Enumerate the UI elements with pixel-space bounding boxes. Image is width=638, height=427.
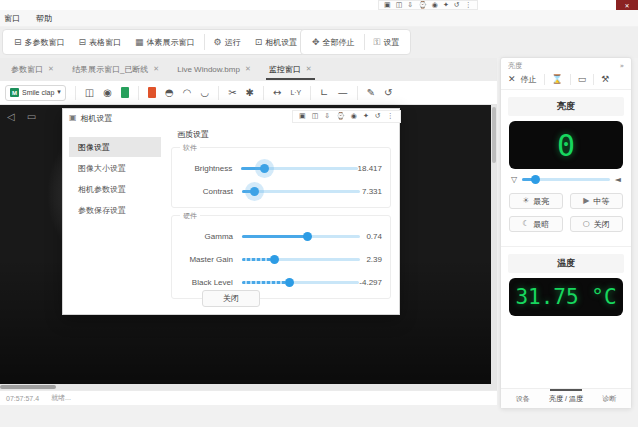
- panel-bottom-tabs: 设备 亮度 / 温度 诊断: [501, 388, 631, 408]
- recorder-record-icon[interactable]: ◉: [432, 2, 438, 9]
- contrast-slider[interactable]: [242, 186, 360, 197]
- recorder-window-icon[interactable]: ◫: [312, 113, 319, 120]
- voxel-display-window-button[interactable]: ▦ 体素展示窗口: [128, 32, 202, 52]
- dome-light-icon[interactable]: ◠: [183, 88, 192, 98]
- contrast-label: Contrast: [180, 187, 242, 196]
- vertical-scrollbar[interactable]: [491, 105, 497, 384]
- preset-label: 最暗: [533, 219, 549, 230]
- menu-window[interactable]: 窗口: [4, 13, 20, 24]
- dome-open-icon[interactable]: ◡: [200, 88, 209, 98]
- red-card-icon[interactable]: [148, 87, 156, 98]
- preset-brightest-button[interactable]: ☀ 最亮: [509, 193, 563, 209]
- slider-fill: [242, 235, 307, 238]
- recorder-reset-icon[interactable]: ↺: [454, 2, 460, 9]
- line-tool-icon[interactable]: —: [338, 88, 348, 98]
- recorder-download-icon[interactable]: ⇩: [324, 113, 330, 120]
- close-icon[interactable]: ✕: [245, 66, 251, 73]
- dialog-app-icon: ▣: [69, 114, 77, 122]
- brightness-slider[interactable]: [241, 163, 357, 174]
- scrollbar-thumb[interactable]: [0, 385, 56, 389]
- mode-value: Smile clap: [22, 89, 54, 96]
- gear-icon: ⚙: [214, 38, 222, 47]
- green-card-icon[interactable]: [121, 87, 129, 98]
- recorder-timer-icon[interactable]: ⌚: [418, 2, 427, 9]
- wrench-icon[interactable]: ⚒: [601, 75, 609, 84]
- panel-tab-device[interactable]: 设备: [501, 389, 544, 408]
- recorder-overlay-toolbar[interactable]: ▣ ◫ ⇩ ⌚ ◉ ✦ ↺ ⋮: [378, 0, 478, 10]
- master-gain-slider[interactable]: [242, 254, 360, 265]
- pen-icon[interactable]: ✎: [367, 88, 375, 98]
- group-label: 硬件: [180, 211, 200, 221]
- panel-brightness-slider[interactable]: [522, 175, 610, 184]
- cut-icon[interactable]: ✂: [228, 88, 236, 98]
- recorder-download-icon[interactable]: ⇩: [407, 2, 413, 9]
- preset-off-button[interactable]: ○ 关闭: [570, 216, 624, 232]
- gamma-label: Gamma: [180, 232, 242, 241]
- dialog-close-button[interactable]: 关闭: [202, 290, 260, 307]
- hand-tool-icon[interactable]: ✱: [246, 88, 254, 98]
- recorder-display-icon[interactable]: ▣: [384, 2, 391, 9]
- stop-button[interactable]: 停止: [521, 74, 537, 85]
- recorder-more-icon[interactable]: ⋮: [387, 113, 394, 120]
- refresh-icon[interactable]: ↺: [384, 88, 392, 98]
- close-icon[interactable]: ✕: [48, 66, 54, 73]
- sidebar-item-image-settings[interactable]: 图像设置: [69, 137, 161, 157]
- recorder-stop-button[interactable]: ✕: [616, 0, 638, 10]
- recorder-window-icon[interactable]: ◫: [396, 2, 403, 9]
- recorder-display-icon[interactable]: ▣: [299, 113, 306, 120]
- measure-icon[interactable]: ↔: [273, 88, 281, 98]
- slider-handle[interactable]: [270, 255, 279, 264]
- recorder-timer-icon[interactable]: ⌚: [336, 113, 345, 120]
- recorder-overlay-toolbar-floating[interactable]: ▣ ◫ ⇩ ⌚ ◉ ✦ ↺ ⋮: [292, 110, 401, 123]
- preset-medium-button[interactable]: ▶ 中等: [570, 193, 624, 209]
- toolbar-separator: [204, 34, 205, 50]
- close-icon[interactable]: ✕: [306, 66, 312, 73]
- recorder-effects-icon[interactable]: ✦: [443, 2, 449, 9]
- tab-live-window[interactable]: Live Window.bmp ✕: [168, 58, 260, 81]
- dome-dark-icon[interactable]: ◓: [165, 88, 174, 98]
- panel-tab-brightness-temperature[interactable]: 亮度 / 温度: [544, 389, 587, 408]
- pan-left-icon[interactable]: ◁: [7, 112, 15, 122]
- tab-monitor-window[interactable]: 监控窗口 ✕: [260, 58, 321, 81]
- recorder-effects-icon[interactable]: ✦: [363, 113, 369, 120]
- video-camera-icon[interactable]: ◫: [85, 88, 94, 98]
- slider-handle[interactable]: [250, 187, 259, 196]
- xy-axis-icon[interactable]: L·Y: [290, 89, 301, 96]
- recorder-reset-icon[interactable]: ↺: [375, 113, 381, 120]
- sidebar-item-image-size[interactable]: 图像大小设置: [69, 158, 161, 178]
- scrollbar-thumb[interactable]: [492, 107, 496, 163]
- slider-handle[interactable]: [260, 164, 269, 173]
- gamma-value: 0.74: [366, 232, 382, 241]
- panel-tab-diagnostics[interactable]: 诊断: [588, 389, 631, 408]
- tab-result-window[interactable]: 结果展示窗口_已断线 ✕: [63, 58, 168, 81]
- preset-darkest-button[interactable]: ☾ 最暗: [509, 216, 563, 232]
- sidebar-item-camera-params[interactable]: 相机参数设置: [69, 179, 161, 199]
- collapse-icon[interactable]: »: [620, 63, 624, 70]
- stop-all-button[interactable]: ✥ 全部停止: [305, 32, 362, 52]
- camera-settings-button[interactable]: ⊡ 相机设置: [248, 32, 305, 52]
- black-level-slider[interactable]: [242, 277, 360, 288]
- close-icon[interactable]: ✕: [153, 66, 159, 73]
- photo-camera-icon[interactable]: ◉: [103, 88, 112, 98]
- slider-handle[interactable]: [303, 232, 312, 241]
- multi-param-window-button[interactable]: ⊟ 多参数窗口: [7, 32, 72, 52]
- capture-mode-dropdown[interactable]: M Smile clap ▾: [5, 85, 66, 101]
- slider-handle[interactable]: [285, 278, 294, 287]
- monitor-icon[interactable]: ▭: [578, 75, 587, 84]
- camera-settings-dialog: ▣ 相机设置 — □ ✕ 图像设置 图像大小设置 相机参数设置 参数保存设置 画…: [62, 108, 400, 315]
- table-window-button[interactable]: ⊟ 表格窗口: [72, 32, 129, 52]
- settings-button[interactable]: ⚿ 设置: [367, 32, 407, 52]
- recorder-record-icon[interactable]: ◉: [351, 113, 357, 120]
- sidebar-item-param-save[interactable]: 参数保存设置: [69, 200, 161, 220]
- funnel-icon: ▽: [511, 176, 517, 184]
- frame-icon[interactable]: ▭: [27, 112, 36, 122]
- menu-help[interactable]: 帮助: [36, 13, 52, 24]
- recorder-more-icon[interactable]: ⋮: [465, 2, 472, 9]
- gamma-slider[interactable]: [242, 231, 360, 242]
- slider-handle[interactable]: [531, 175, 540, 184]
- run-button[interactable]: ⚙ 运行: [207, 32, 248, 52]
- histogram-icon[interactable]: ∟: [320, 88, 328, 98]
- tab-param-window[interactable]: 参数窗口 ✕: [2, 58, 63, 81]
- hourglass-icon[interactable]: ⌛: [552, 75, 563, 84]
- close-icon[interactable]: ✕: [508, 75, 516, 84]
